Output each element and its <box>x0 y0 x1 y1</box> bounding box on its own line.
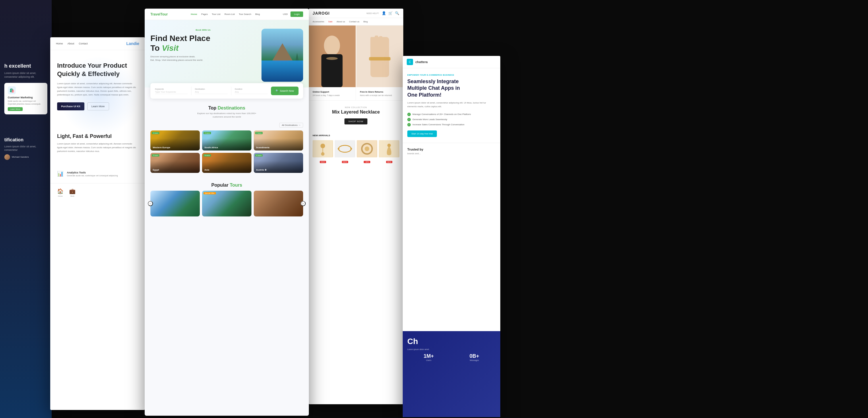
travel-nav-blog[interactable]: Blog <box>255 13 260 15</box>
shop-now-button[interactable]: SHOP NOW <box>344 118 367 125</box>
travel-destinations-section: Top Destinations Explore our top destina… <box>145 99 309 178</box>
travel-tours-section: Popular Tours ← Special Offer → <box>145 178 309 219</box>
jarogi-subnav-blog[interactable]: Blog <box>363 20 368 23</box>
search-divider-1 <box>191 86 191 95</box>
arrival-img-3 <box>357 140 377 158</box>
chattera-features-list: ✓ Manage Conversations of 20+ Channels o… <box>407 113 496 127</box>
check-icon-3: ✓ <box>407 123 411 127</box>
windows-container: h excellent Lorem ipsum dolor sit amet, … <box>0 0 868 418</box>
tour-card-2[interactable]: Special Offer <box>202 190 251 216</box>
learn-more-button[interactable]: Learn More <box>8 107 23 111</box>
landie-section2-title: Light, Fast & Powerful <box>57 133 138 139</box>
landie-hero: Introduce Your Product Quickly & Effecti… <box>50 50 145 128</box>
chattera-trusted-title: Trusted by <box>407 148 496 151</box>
dest-label-3: Scandinavia <box>256 146 270 149</box>
landie-title-line2: Quickly & Effectively <box>57 70 120 77</box>
search-now-button[interactable]: 🔍 Search Now <box>271 86 299 95</box>
travel-login-button[interactable]: Login <box>290 11 303 17</box>
jarogi-logo: JAROGI <box>313 11 330 15</box>
jarogi-feature-returns: Free In Store Returns Items with a recei… <box>356 87 403 101</box>
keywords-input[interactable]: Type Your Keywords <box>155 91 188 94</box>
search-icon: 🔍 <box>276 90 279 92</box>
travel-nav-tourlist[interactable]: Tour List <box>212 13 220 15</box>
dest-card-austria[interactable]: 6 tours Austria ⊕ <box>254 153 303 173</box>
arrival-item-1[interactable]: NEW <box>313 140 333 164</box>
learn-more-landie-button[interactable]: Learn More <box>87 102 109 110</box>
stat-1m-label: Users <box>407 359 450 361</box>
tours-nav-right[interactable]: → <box>301 201 306 206</box>
tours-nav-left[interactable]: ← <box>148 201 153 206</box>
arrival-item-3[interactable]: -30% <box>357 140 377 164</box>
chattera-cta-button[interactable]: Start 14-day free trial <box>407 131 437 137</box>
travel-nav-right: USD Login <box>283 11 303 17</box>
landie-nav-home[interactable]: Home <box>56 42 63 45</box>
duration-select[interactable]: Any <box>235 91 268 94</box>
jarogi-search-icon[interactable]: 🔍 <box>395 11 399 15</box>
destination-select[interactable]: Any <box>195 91 228 94</box>
chattera-bottom: Ch Lorem ipsum dolor amet 1M+ Users 0B+ … <box>403 331 500 417</box>
travel-nav-roomlist[interactable]: Room List <box>224 13 235 15</box>
landie-section2-desc: Lorem ipsum dolor sit amet, consectetur … <box>57 142 138 153</box>
destination-label: Destination <box>195 88 228 90</box>
feature-support-desc: 24 hours a day, 7 days a week <box>313 94 352 97</box>
travel-currency[interactable]: USD <box>283 13 288 15</box>
dest-card-scandinavia[interactable]: 4 tours Scandinavia <box>254 131 303 150</box>
duration-field: Duration Any <box>235 88 268 94</box>
travel-nav-home[interactable]: Home <box>191 13 197 15</box>
chattera-hero: EMPOWER YOUR E-COMMERCE BUSINESS Seamles… <box>403 68 500 143</box>
jarogi-subnav: Accessories Sale About us Contact us Blo… <box>309 18 403 26</box>
landie-nav-contact[interactable]: Contact <box>79 42 88 45</box>
chattera-trusted: Trusted by brands and... <box>403 143 500 160</box>
jarogi-subnav-contact[interactable]: Contact us <box>349 20 360 23</box>
earring-svg <box>313 140 333 158</box>
svg-point-23 <box>388 144 391 147</box>
svg-rect-7 <box>371 37 374 54</box>
duration-label: Duration <box>235 88 268 90</box>
purchase-uikit-button[interactable]: Purchase UI Kit <box>57 102 84 110</box>
jarogi-user-icon[interactable]: 👤 <box>382 11 386 15</box>
dest-card-south-africa[interactable]: 6 tours South Africa <box>202 131 251 150</box>
chattera-feature-2-text: Generate More Leads Seamlessly <box>412 118 447 121</box>
jarogi-arrivals: NEW ARRIVALS NEW <box>309 130 403 168</box>
landie-nav-about[interactable]: About <box>67 42 74 45</box>
panel-landie: Home About Contact Landie Introduce Your… <box>50 37 145 410</box>
dest-card-western-europe[interactable]: 3 tours Western Europe <box>150 131 200 150</box>
landie-hero-desc: Lorem ipsum dolor sit amet, consectetur … <box>57 82 138 97</box>
arrival-item-4[interactable]: NEW <box>379 140 399 164</box>
dest-badge-5: 9 tours <box>204 154 211 156</box>
arrivals-grid: NEW NEW <box>313 140 399 164</box>
tour-card-1[interactable] <box>150 190 200 216</box>
mountain-peak-center <box>272 43 292 61</box>
new-collection-tag: NEW COLLECTION <box>313 106 399 108</box>
tours-title-accent: Tours <box>229 183 242 187</box>
svg-point-3 <box>327 57 338 60</box>
dest-badge-3: 4 tours <box>255 132 262 134</box>
destinations-title-text: Top <box>208 105 218 110</box>
arrival-item-2[interactable]: NEW <box>335 140 355 164</box>
check-icon-2: ✓ <box>407 118 411 121</box>
svg-rect-10 <box>383 38 386 54</box>
travel-nav-toursearch[interactable]: Tour Search <box>239 13 251 15</box>
jarogi-subnav-about[interactable]: About us <box>336 20 345 23</box>
hand-svg <box>356 26 403 87</box>
travel-hero: Book With Us Find Next Place To Visit Di… <box>145 20 309 88</box>
card-icon: 🛍️ <box>8 86 16 94</box>
jarogi-subnav-sale[interactable]: Sale <box>328 20 332 23</box>
jarogi-image-woman <box>309 26 355 87</box>
card-title: Customer Marketing <box>8 96 44 99</box>
chattera-stat-2: 0B+ Messages <box>453 353 496 361</box>
dest-card-egypt[interactable]: 5 tours Egypt <box>150 153 200 173</box>
all-destinations-btn[interactable]: All Destinations → <box>279 123 303 128</box>
feature-returns-title: Free In Store Returns <box>360 91 399 93</box>
travel-nav-pages[interactable]: Pages <box>201 13 208 15</box>
arrival-img-2 <box>335 140 355 158</box>
tour-card-3[interactable] <box>254 190 303 216</box>
travel-logo-text: Travel <box>150 12 160 16</box>
dest-badge-4: 5 tours <box>152 154 159 156</box>
jarogi-cart-icon[interactable]: 🛒 <box>389 11 393 15</box>
dest-card-asia[interactable]: 9 tours Asia <box>202 153 251 173</box>
dest-label-5: Asia <box>205 169 209 171</box>
chattera-title-2: Multiple Chat Apps in <box>407 85 460 91</box>
panel-chattera: C chattera EMPOWER YOUR E-COMMERCE BUSIN… <box>403 56 500 417</box>
jarogi-subnav-accessories[interactable]: Accessories <box>313 20 324 23</box>
